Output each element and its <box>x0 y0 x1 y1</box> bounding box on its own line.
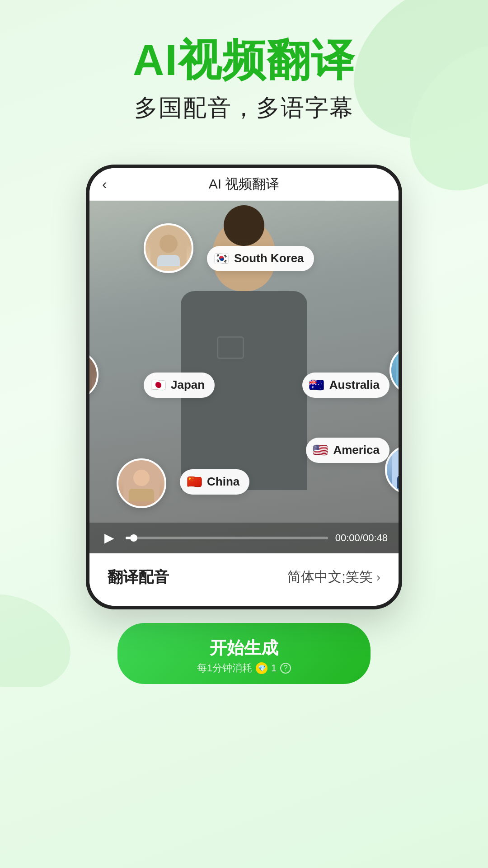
chevron-right-icon: › <box>376 570 380 585</box>
svg-point-4 <box>160 235 178 253</box>
flag-china: 🇨🇳 <box>186 474 202 490</box>
badge-china: 🇨🇳 China <box>180 469 249 495</box>
progress-dot <box>130 534 137 542</box>
country-name-china: China <box>207 475 239 489</box>
person-hair <box>224 205 264 246</box>
badge-australia: 🇦🇺 Australia <box>302 373 389 398</box>
help-icon[interactable]: ? <box>280 663 291 674</box>
start-btn-sub: 每1分钟消耗 💎 1 ? <box>117 661 371 675</box>
svg-rect-5 <box>157 255 180 266</box>
country-name-america: America <box>333 443 380 457</box>
country-name-australia: Australia <box>329 378 380 392</box>
country-name-japan: Japan <box>171 378 205 392</box>
bottom-panel: 翻译配音 简体中文;笑笑 › <box>89 553 399 606</box>
phone-screen: ‹ AI 视频翻译 <box>89 168 399 606</box>
progress-bar[interactable] <box>126 537 328 539</box>
coin-icon: 💎 <box>256 662 267 674</box>
back-button[interactable]: ‹ <box>102 176 107 193</box>
flag-america: 🇺🇸 <box>312 442 328 458</box>
topbar-title: AI 视频翻译 <box>209 175 280 193</box>
coin-amount: 1 <box>271 662 277 674</box>
main-title: AI视频翻译 <box>18 36 470 84</box>
translate-row: 翻译配音 简体中文;笑笑 › <box>108 567 380 588</box>
start-btn-wrapper: 开始生成 每1分钟消耗 💎 1 ? <box>0 609 488 711</box>
avatar-south-korea <box>144 223 193 273</box>
sub-title: 多国配音，多语字幕 <box>18 92 470 124</box>
header-section: AI视频翻译 多国配音，多语字幕 <box>0 0 488 142</box>
time-display: 00:00/00:48 <box>335 532 388 544</box>
start-btn-text: 开始生成 <box>117 637 371 660</box>
badge-japan: 🇯🇵 Japan <box>144 373 215 398</box>
video-controls: ▶ 00:00/00:48 <box>89 523 399 553</box>
country-name-south-korea: South Korea <box>234 251 304 265</box>
svg-rect-6 <box>89 357 92 393</box>
person-pocket <box>217 336 244 359</box>
svg-rect-9 <box>396 352 399 388</box>
badge-south-korea: 🇰🇷 South Korea <box>207 246 314 271</box>
play-button[interactable]: ▶ <box>100 529 118 547</box>
flag-south-korea: 🇰🇷 <box>213 250 230 267</box>
svg-rect-14 <box>129 489 154 501</box>
translate-value-text: 简体中文;笑笑 <box>287 568 372 586</box>
translate-value[interactable]: 简体中文;笑笑 › <box>287 568 380 586</box>
video-area: 🇰🇷 South Korea 🇯🇵 Japan <box>89 201 399 553</box>
svg-point-13 <box>133 470 150 486</box>
phone-topbar: ‹ AI 视频翻译 <box>89 168 399 201</box>
phone-wrapper: ‹ AI 视频翻译 <box>0 165 488 609</box>
badge-america: 🇺🇸 America <box>306 438 389 463</box>
start-button[interactable]: 开始生成 每1分钟消耗 💎 1 ? <box>117 623 371 684</box>
translate-label: 翻译配音 <box>108 567 169 588</box>
start-btn-sub-text: 每1分钟消耗 <box>197 661 252 675</box>
flag-japan: 🇯🇵 <box>150 377 166 393</box>
flag-australia: 🇦🇺 <box>309 377 325 393</box>
avatar-china <box>117 458 166 508</box>
phone-mockup: ‹ AI 视频翻译 <box>86 165 402 609</box>
